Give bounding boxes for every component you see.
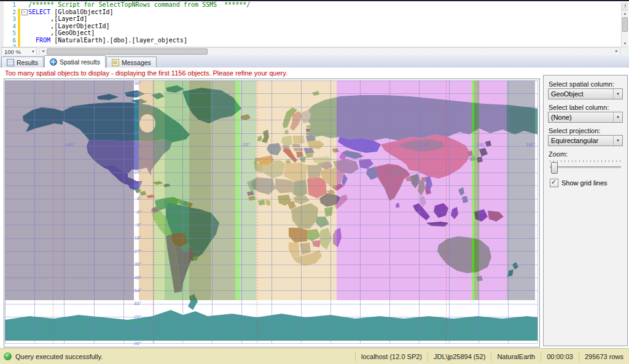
status-segment: 00:00:03 <box>541 352 579 362</box>
status-segment: localhost (12.0 SP2) <box>355 352 428 362</box>
tab-label: Results <box>17 59 38 66</box>
grid-line-vertical <box>537 80 538 343</box>
show-grid-lines-label: Show grid lines <box>561 179 608 187</box>
scroll-right-icon[interactable]: ► <box>614 48 620 54</box>
projection-select[interactable]: Equirectangular ▼ <box>548 135 623 146</box>
editor-bottom-bar: 100 % ▼ ◄ ► <box>0 47 629 56</box>
fold-margin[interactable]: − <box>20 9 28 16</box>
fold-margin <box>20 1 28 9</box>
code-text[interactable]: SELECT [GlobalObjectId] <box>28 9 629 16</box>
zoom-slider-ticks <box>550 160 621 162</box>
ssms-window: 1/****** Script for SelectTopNRows comma… <box>0 0 629 364</box>
line-number: 1 <box>4 1 18 9</box>
tab-messages[interactable]: Messages <box>106 56 157 68</box>
code-text[interactable]: ,[LayerObjectId] <box>28 23 629 30</box>
spatial-column-select[interactable]: GeoObject ▼ <box>548 88 623 99</box>
code-token: ,[GeoObject] <box>28 29 95 36</box>
code-token: /****** Script for SelectTopNRows comman… <box>28 1 250 8</box>
label-column-value: (None) <box>551 114 572 121</box>
editor-line[interactable]: 5 ,[GeoObject] <box>0 29 629 37</box>
label-column-select[interactable]: (None) ▼ <box>548 112 623 123</box>
status-segment: NaturalEarth <box>491 352 541 362</box>
map-canvas[interactable]: 90°81°72°63°54°45°36°27°18°9°0°-9°-18°-2… <box>5 80 537 343</box>
chevron-down-icon: ▼ <box>613 112 620 122</box>
spatial-controls-panel: Select spatial column: GeoObject ▼ Selec… <box>543 75 628 346</box>
spatial-column-value: GeoObject <box>551 90 584 98</box>
connection-info: localhost (12.0 SP2)JDL\jp25894 (52)Natu… <box>355 349 629 364</box>
code-token: SELECT <box>28 9 50 15</box>
projection-label: Select projection: <box>549 127 600 134</box>
scroll-left-icon[interactable]: ◄ <box>40 48 46 54</box>
editor-line[interactable]: 6 FROM [NaturalEarth].[dbo].[layer_objec… <box>0 37 629 44</box>
editor-vertical-scrollbar[interactable]: ↕ ▲ ▼ <box>621 2 628 48</box>
globe-icon <box>50 58 57 66</box>
editor-zoom-select[interactable]: 100 % ▼ <box>1 47 37 56</box>
zoom-slider-track[interactable] <box>550 166 621 168</box>
spatial-column-label: Select spatial column: <box>549 80 614 88</box>
results-tab-strip: ResultsSpatial resultsMessages <box>0 55 629 68</box>
fold-margin <box>20 23 28 30</box>
tab-results[interactable]: Results <box>1 56 44 68</box>
code-text[interactable]: ,[GeoObject] <box>28 29 629 37</box>
editor-horizontal-scrollbar[interactable]: ◄ ► <box>39 47 620 56</box>
tab-spatial-results[interactable]: Spatial results <box>44 55 106 68</box>
code-token: [GlobalObjectId] <box>50 9 113 15</box>
fold-margin <box>20 15 28 23</box>
fold-margin <box>20 29 28 37</box>
fold-margin <box>20 37 28 44</box>
line-number: 6 <box>4 37 18 44</box>
code-token: ,[LayerId] <box>28 15 87 22</box>
zoom-label: Zoom: <box>549 150 568 158</box>
code-token: [NaturalEarth].[dbo].[layer_objects] <box>50 37 187 44</box>
status-segment: JDL\jp25894 (52) <box>428 352 491 362</box>
sql-editor[interactable]: 1/****** Script for SelectTopNRows comma… <box>0 1 629 47</box>
code-text[interactable]: ,[LayerId] <box>28 15 629 23</box>
world-map-svg <box>5 80 537 343</box>
scroll-down-icon[interactable]: ▼ <box>622 41 628 47</box>
code-text[interactable]: /****** Script for SelectTopNRows comman… <box>28 1 629 9</box>
scroll-up-icon[interactable]: ▲ <box>622 10 628 17</box>
chevron-down-icon: ▼ <box>31 50 35 53</box>
map-panel: 90°81°72°63°54°45°36°27°18°9°0°-9°-18°-2… <box>4 79 540 347</box>
chevron-down-icon: ▼ <box>613 89 620 99</box>
zoom-slider-thumb[interactable] <box>551 162 558 174</box>
projection-value: Equirectangular <box>551 137 598 144</box>
code-text[interactable]: FROM [NaturalEarth].[dbo].[layer_objects… <box>28 37 629 44</box>
splitter-grip-icon[interactable]: ↕ <box>622 2 628 10</box>
results-grid-icon <box>7 59 14 66</box>
code-token: ,[LayerObjectId] <box>28 23 109 29</box>
editor-lines[interactable]: 1/****** Script for SelectTopNRows comma… <box>0 1 629 51</box>
spatial-warning-text: Too many spatial objects to display - di… <box>5 69 287 77</box>
collapse-region-icon[interactable]: − <box>21 9 28 15</box>
continent-landmasses <box>23 85 537 293</box>
antarctica-landmass <box>5 294 537 341</box>
editor-line[interactable]: 2−SELECT [GlobalObjectId] <box>0 9 629 16</box>
chevron-down-icon: ▼ <box>613 136 620 145</box>
label-column-label: Select label column: <box>549 104 609 111</box>
editor-line[interactable]: 3 ,[LayerId] <box>0 15 629 23</box>
line-number: 2 <box>4 9 18 16</box>
editor-line[interactable]: 1/****** Script for SelectTopNRows comma… <box>0 1 629 9</box>
line-number: 5 <box>4 29 18 37</box>
status-segment: 295673 rows <box>579 352 629 362</box>
code-token: FROM <box>36 37 50 44</box>
code-token <box>28 37 36 44</box>
success-check-icon <box>4 352 12 360</box>
status-message: Query executed successfully. <box>15 353 355 360</box>
status-bar: Query executed successfully. localhost (… <box>0 348 629 364</box>
editor-line[interactable]: 4 ,[LayerObjectId] <box>0 23 629 30</box>
line-number: 3 <box>4 15 18 23</box>
grid-line-horizontal <box>5 343 537 344</box>
tab-label: Spatial results <box>60 58 100 66</box>
messages-icon <box>112 59 119 66</box>
line-number: 4 <box>4 23 18 30</box>
show-grid-lines-checkbox[interactable] <box>550 179 558 187</box>
spatial-results-pane: Too many spatial objects to display - di… <box>0 68 629 347</box>
editor-zoom-value: 100 % <box>4 48 21 55</box>
scrollbar-thumb[interactable] <box>622 17 628 32</box>
tab-label: Messages <box>122 59 151 66</box>
scrollbar-thumb[interactable] <box>47 48 208 55</box>
